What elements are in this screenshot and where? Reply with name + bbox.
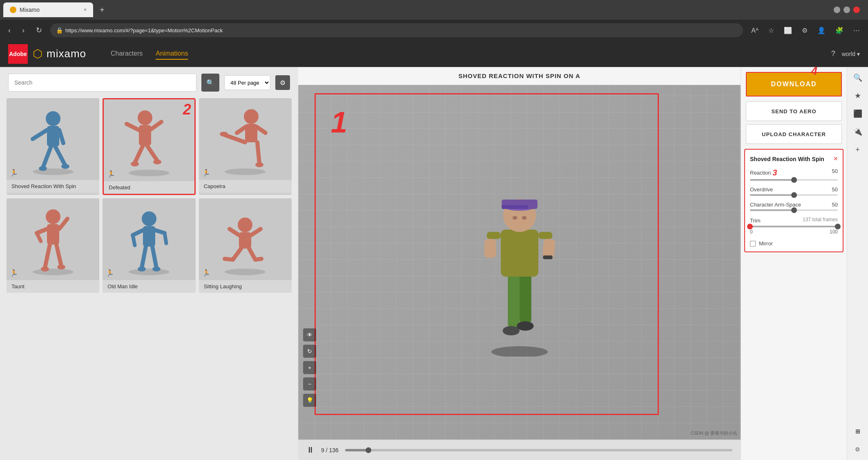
reaction-label-row: Reaction 3 50 bbox=[750, 168, 838, 177]
overdrive-param: Overdrive 50 bbox=[750, 186, 838, 196]
svg-point-36 bbox=[57, 265, 65, 269]
url-bar[interactable]: 🔒 https://www.mixamo.com/#/?page=1&type=… bbox=[50, 23, 743, 37]
reaction-thumb[interactable] bbox=[791, 177, 797, 183]
extensions-button[interactable]: 🧩 bbox=[832, 25, 847, 36]
progress-thumb[interactable] bbox=[366, 447, 371, 453]
label-4: 4 bbox=[811, 65, 817, 78]
svg-line-45 bbox=[152, 247, 156, 268]
trim-start-thumb[interactable] bbox=[747, 224, 753, 229]
header-right: ? world ▾ bbox=[831, 49, 860, 58]
animation-card-capoeira[interactable]: 🏃 Capoeira bbox=[199, 98, 292, 195]
playback-progress[interactable] bbox=[345, 449, 732, 451]
forward-button[interactable]: › bbox=[19, 25, 28, 36]
bs-extension-button[interactable]: 🔌 bbox=[850, 124, 865, 139]
profile-button[interactable]: 👤 bbox=[814, 25, 829, 36]
bs-settings-button[interactable]: ⚙ bbox=[850, 442, 865, 457]
arm-space-thumb[interactable] bbox=[791, 207, 797, 213]
overdrive-slider[interactable] bbox=[750, 194, 838, 196]
favorites-button[interactable]: ☆ bbox=[765, 25, 777, 36]
minimize-button[interactable] bbox=[834, 7, 840, 13]
per-page-select[interactable]: 48 Per page bbox=[224, 75, 270, 90]
tab-close-button[interactable]: × bbox=[84, 7, 87, 13]
bs-add-button[interactable]: + bbox=[850, 142, 865, 157]
user-menu-button[interactable]: world ▾ bbox=[842, 51, 860, 57]
card-preview-shoved: 🏃 bbox=[7, 98, 99, 180]
search-input[interactable] bbox=[8, 74, 196, 92]
params-close-button[interactable]: × bbox=[833, 155, 838, 163]
rotate-icon[interactable]: ↻ bbox=[303, 345, 316, 358]
trim-end-thumb[interactable] bbox=[835, 224, 841, 229]
svg-point-9 bbox=[129, 170, 170, 176]
watermark: CSDN @ 爱看书的小坑 bbox=[691, 430, 737, 436]
svg-line-12 bbox=[127, 124, 139, 130]
svg-point-48 bbox=[225, 269, 266, 275]
split-view-button[interactable]: ⬜ bbox=[781, 25, 795, 36]
tab-favicon bbox=[10, 7, 16, 13]
app-header: Adobe ⬡ mixamo Characters Animations ? w… bbox=[0, 41, 868, 67]
search-button[interactable]: 🔍 bbox=[201, 74, 219, 92]
svg-point-73 bbox=[517, 321, 533, 330]
new-tab-button[interactable]: + bbox=[95, 5, 109, 15]
more-tools-button[interactable]: ⚙ bbox=[799, 25, 811, 36]
reaction-slider[interactable] bbox=[750, 179, 838, 181]
trim-param-name: Trim bbox=[750, 218, 761, 224]
mixamo-logo: ⬡ mixamo bbox=[33, 47, 86, 61]
overdrive-thumb[interactable] bbox=[791, 192, 797, 198]
viewport-area: SHOVED REACTION WITH SPIN ON A 1 bbox=[298, 67, 741, 460]
viewport-canvas[interactable]: 1 bbox=[298, 85, 741, 440]
svg-rect-39 bbox=[143, 226, 155, 247]
maximize-button[interactable] bbox=[843, 7, 850, 13]
svg-line-21 bbox=[225, 135, 245, 142]
svg-point-38 bbox=[142, 211, 156, 226]
right-sidebar: 4 DOWNLOAD SEND TO AERO UPLOAD CHARACTER… bbox=[741, 67, 847, 460]
character-svg bbox=[462, 168, 577, 357]
animation-card-taunt[interactable]: 🏃 Taunt bbox=[7, 198, 99, 293]
zoom-plus-icon[interactable]: + bbox=[303, 361, 316, 374]
bs-more-button[interactable]: ⊞ bbox=[850, 424, 865, 439]
nav-characters[interactable]: Characters bbox=[111, 48, 143, 60]
camera-icon[interactable]: 👁 bbox=[303, 328, 316, 341]
bs-search-button[interactable]: 🔍 bbox=[850, 70, 865, 85]
trim-frames: 137 total frames bbox=[803, 217, 838, 222]
animation-card-sitting[interactable]: 🏃 Sitting Laughing bbox=[199, 198, 292, 293]
arm-space-slider[interactable] bbox=[750, 209, 838, 211]
trim-range-labels: 0 100 bbox=[750, 229, 838, 235]
trim-slider[interactable] bbox=[750, 226, 838, 227]
download-button[interactable]: DOWNLOAD bbox=[747, 73, 841, 96]
nav-animations[interactable]: Animations bbox=[156, 48, 188, 60]
pause-button[interactable]: ⏸ bbox=[306, 445, 315, 455]
send-to-aero-button[interactable]: SEND TO AERO bbox=[746, 101, 842, 121]
reaction-param-name: Reaction 3 bbox=[750, 168, 777, 177]
mirror-checkbox[interactable] bbox=[750, 241, 756, 247]
active-tab[interactable]: Mixamo × bbox=[3, 2, 93, 17]
viewport-title: SHOVED REACTION WITH SPIN ON A bbox=[298, 67, 741, 85]
grid-settings-button[interactable]: ⚙ bbox=[275, 75, 290, 90]
browser-sidebar: 🔍 ★ ⬛ 🔌 + ⊞ ⚙ bbox=[847, 67, 868, 460]
svg-point-18 bbox=[225, 168, 266, 175]
animation-card-shoved[interactable]: 🏃 Shoved Reaction With Spin bbox=[7, 98, 99, 195]
svg-rect-58 bbox=[508, 272, 520, 328]
svg-line-31 bbox=[37, 233, 41, 241]
back-button[interactable]: ‹ bbox=[5, 25, 14, 36]
refresh-button[interactable]: ↻ bbox=[33, 24, 45, 36]
window-controls bbox=[834, 7, 865, 13]
zoom-minus-icon[interactable]: − bbox=[303, 377, 316, 390]
reader-mode-button[interactable]: Aᴬ bbox=[748, 25, 762, 36]
close-button[interactable] bbox=[853, 7, 860, 13]
svg-line-32 bbox=[59, 219, 67, 229]
upload-character-button[interactable]: UPLOAD CHARACTER bbox=[746, 124, 842, 144]
svg-line-25 bbox=[237, 127, 246, 133]
svg-line-34 bbox=[56, 245, 61, 266]
bs-collection-button[interactable]: ⬛ bbox=[850, 106, 865, 121]
animation-card-oldman[interactable]: 🏃 Old Man Idle bbox=[103, 198, 195, 293]
help-button[interactable]: ? bbox=[831, 49, 835, 58]
bs-favorites-button[interactable]: ★ bbox=[850, 88, 865, 103]
svg-point-1 bbox=[46, 111, 60, 126]
mirror-param: Mirror bbox=[750, 240, 838, 247]
params-panel-header: Shoved Reaction With Spin × bbox=[750, 155, 838, 163]
animation-card-defeated[interactable]: 2 🏃 Defeated bbox=[103, 98, 195, 195]
frame-counter: 9 / 136 bbox=[321, 447, 339, 453]
browser-menu-button[interactable]: ⋯ bbox=[850, 25, 863, 36]
svg-rect-67 bbox=[486, 232, 501, 239]
light-icon[interactable]: 💡 bbox=[303, 394, 316, 407]
